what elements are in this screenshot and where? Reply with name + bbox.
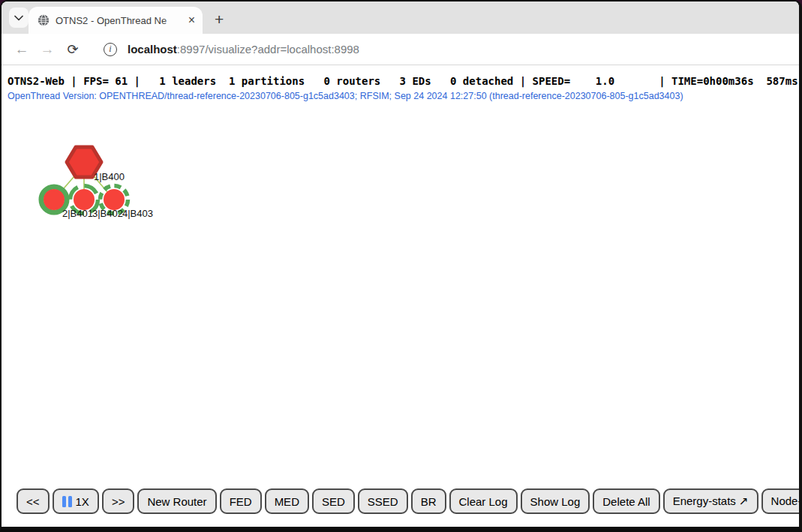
tab-otns2[interactable]: OTNS2 - OpenThread Ne × — [29, 7, 203, 34]
show-log-button-label: Show Log — [530, 495, 581, 508]
speed-button-label: 1X — [76, 495, 89, 508]
back-icon[interactable]: ← — [9, 38, 35, 61]
url-bar: ← → ⟳ i localhost:8997/visualize?addr=lo… — [2, 34, 799, 65]
clear-log-button[interactable]: Clear Log — [449, 488, 518, 514]
url-path: :8997/visualize?addr=localhost:8998 — [177, 43, 359, 56]
fed-button[interactable]: FED — [220, 488, 262, 514]
rewind-button[interactable]: << — [17, 488, 50, 514]
chevron-down-icon — [14, 15, 23, 21]
toolbar: <<1X>>New RouterFEDMEDSEDSSEDBRClear Log… — [17, 488, 784, 514]
rewind-button-label: << — [26, 495, 40, 508]
tab-bar: OTNS2 - OpenThread Ne × + — [2, 2, 799, 34]
node-stats-button[interactable]: Node-stats ↗ — [761, 488, 799, 514]
new-tab-button[interactable]: + — [215, 12, 224, 27]
ssed-button-label: SSED — [368, 495, 398, 508]
energy-stats-button-label: Energy-stats ↗ — [673, 494, 749, 508]
clear-log-button-label: Clear Log — [459, 495, 508, 508]
node-stats-button-label: Node-stats ↗ — [771, 494, 799, 508]
fast-forward-button-label: >> — [112, 495, 125, 508]
new-router-button[interactable]: New Router — [137, 488, 216, 514]
sed-button[interactable]: SED — [312, 488, 355, 514]
med-button-label: MED — [275, 495, 299, 508]
node-label-4: 4|B403 — [122, 208, 153, 219]
forward-icon[interactable]: → — [35, 38, 60, 61]
fed-button-label: FED — [230, 495, 252, 508]
med-button[interactable]: MED — [265, 488, 309, 514]
url-host: localhost — [128, 43, 177, 56]
ssed-button[interactable]: SSED — [358, 488, 408, 514]
node-label-2: 2|B401 — [62, 208, 93, 219]
delete-all-button[interactable]: Delete All — [593, 488, 659, 514]
page-content: OTNS2-Web | FPS= 61 | 1 leaders 1 partit… — [2, 65, 799, 527]
tab-close-icon[interactable]: × — [187, 14, 197, 26]
browser-window: OTNS2 - OpenThread Ne × + ← → ⟳ i localh… — [0, 0, 802, 532]
reload-icon[interactable]: ⟳ — [60, 38, 86, 61]
address-input[interactable]: localhost:8997/visualize?addr=localhost:… — [128, 43, 359, 56]
show-log-button[interactable]: Show Log — [521, 488, 590, 514]
network-canvas: 1|B4002|B4013|B4024|B403 — [2, 65, 242, 238]
pause-icon — [62, 496, 72, 507]
br-button[interactable]: BR — [411, 488, 446, 514]
globe-favicon-icon — [38, 14, 50, 26]
energy-stats-button[interactable]: Energy-stats ↗ — [663, 488, 758, 514]
speed-button[interactable]: 1X — [53, 488, 99, 514]
tab-search-button[interactable] — [9, 8, 29, 28]
br-button-label: BR — [421, 495, 437, 508]
delete-all-button-label: Delete All — [602, 495, 650, 508]
sed-button-label: SED — [322, 495, 345, 508]
node-label-1: 1|B400 — [94, 171, 125, 182]
node-body[interactable] — [74, 189, 95, 210]
fast-forward-button[interactable]: >> — [102, 488, 135, 514]
new-router-button-label: New Router — [147, 495, 206, 508]
tab-title: OTNS2 - OpenThread Ne — [56, 15, 182, 26]
node-body[interactable] — [104, 189, 125, 210]
node-body[interactable] — [44, 189, 65, 210]
site-info-icon[interactable]: i — [104, 43, 117, 56]
node-label-3: 3|B402 — [92, 208, 123, 219]
